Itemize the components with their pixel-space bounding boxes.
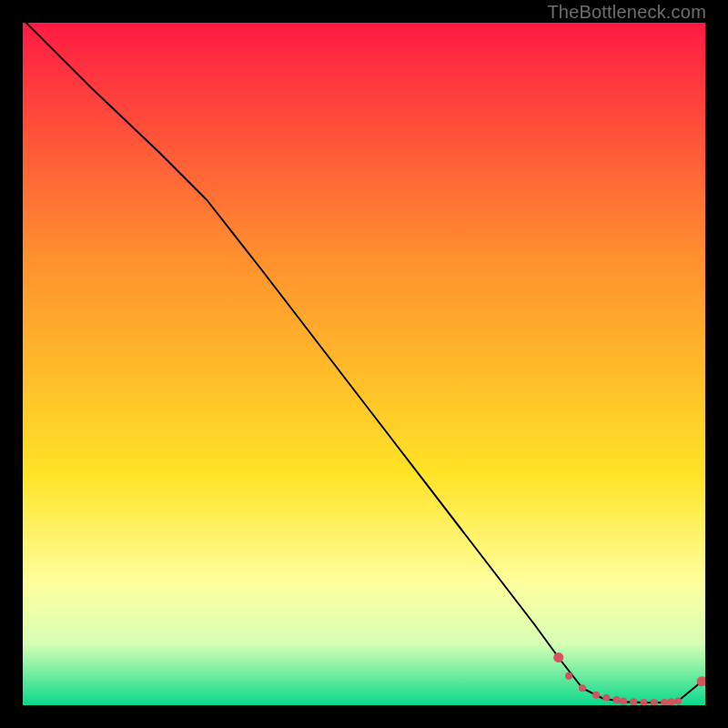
marker-point bbox=[674, 698, 682, 705]
marker-point bbox=[553, 652, 563, 662]
chart-stage: TheBottleneck.com bbox=[0, 0, 728, 728]
marker-point bbox=[668, 698, 675, 705]
gradient-background bbox=[23, 23, 705, 705]
marker-point bbox=[620, 698, 627, 705]
marker-point bbox=[602, 694, 610, 702]
marker-point bbox=[592, 692, 600, 699]
marker-point bbox=[630, 698, 637, 705]
chart-canvas bbox=[23, 23, 705, 705]
attribution-label: TheBottleneck.com bbox=[547, 2, 706, 23]
marker-point bbox=[613, 696, 621, 703]
marker-point bbox=[579, 684, 586, 692]
marker-point bbox=[565, 672, 572, 680]
